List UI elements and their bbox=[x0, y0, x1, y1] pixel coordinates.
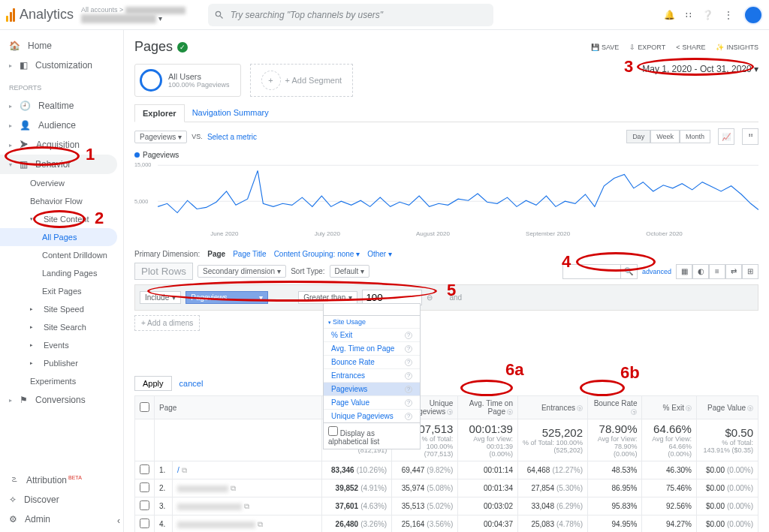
view-table[interactable]: ▦ bbox=[676, 264, 692, 279]
product-name: Analytics bbox=[20, 7, 74, 23]
sidebar-behavior[interactable]: ▾▥Behavior bbox=[0, 155, 117, 174]
sidebar-events[interactable]: ▸Events bbox=[0, 336, 123, 354]
verified-icon: ✓ bbox=[177, 42, 188, 53]
select-metric-link[interactable]: Select a metric bbox=[207, 133, 257, 141]
view-percentage[interactable]: ◐ bbox=[692, 264, 709, 279]
help-icon[interactable]: ❔ bbox=[702, 10, 713, 20]
sidebar-discover[interactable]: ✧Discover bbox=[0, 490, 123, 509]
sidebar-acquisition[interactable]: ▸⮞Acquisition bbox=[0, 135, 123, 155]
share-action[interactable]: < SHARE bbox=[676, 44, 705, 51]
insights-action[interactable]: ✨ INSIGHTS bbox=[716, 44, 758, 51]
export-action[interactable]: ⇩ EXPORT bbox=[629, 44, 665, 51]
period-day[interactable]: Day bbox=[626, 130, 650, 143]
account-breadcrumb[interactable]: All accounts > ▾ bbox=[81, 6, 185, 23]
sidebar-content-drilldown[interactable]: Content Drilldown bbox=[0, 246, 123, 264]
add-segment[interactable]: ++ Add Segment bbox=[250, 64, 354, 97]
sidebar-attribution[interactable]: ౽AttributionBETA bbox=[0, 470, 123, 490]
chart-type-motion[interactable]: ⠛ bbox=[742, 128, 758, 145]
table-row[interactable]: 1./⧉83,346(10.26%)69,447(9.82%)00:01:146… bbox=[135, 461, 758, 479]
collapse-sidebar[interactable]: ‹ bbox=[117, 515, 120, 526]
sidebar-publisher[interactable]: ▸Publisher bbox=[0, 354, 123, 372]
sidebar-admin[interactable]: ⚙Admin bbox=[0, 509, 123, 529]
filter-include[interactable]: Include ▾ bbox=[140, 291, 181, 304]
search-icon bbox=[214, 10, 225, 20]
sidebar-overview[interactable]: Overview bbox=[0, 174, 123, 192]
sidebar-landing-pages[interactable]: Landing Pages bbox=[0, 264, 123, 282]
save-action[interactable]: 💾 SAVE bbox=[591, 44, 619, 51]
table-row[interactable]: 2.⧉39,852(4.91%)35,974(5.08%)00:01:3427,… bbox=[135, 479, 758, 497]
table-row[interactable]: 4.⧉26,480(3.26%)25,164(3.56%)00:04:3725,… bbox=[135, 515, 758, 533]
opt-bounce[interactable]: Bounce Rate? bbox=[324, 355, 420, 368]
period-week[interactable]: Week bbox=[650, 130, 680, 143]
apply-button[interactable]: Apply bbox=[134, 376, 172, 391]
add-dimension-button[interactable]: + Add a dimens bbox=[134, 315, 200, 331]
dim-content-grouping[interactable]: Content Grouping: none ▾ bbox=[274, 250, 360, 258]
sidebar-realtime[interactable]: ▸🕘Realtime bbox=[0, 96, 123, 116]
view-performance[interactable]: ≡ bbox=[709, 264, 725, 279]
view-comparison[interactable]: ⇄ bbox=[725, 264, 742, 279]
date-range-picker[interactable]: May 1, 2020 - Oct 31, 2020 ▾ bbox=[642, 64, 758, 74]
filter-metric[interactable]: Pageviews▾ bbox=[185, 291, 268, 304]
tab-nav-summary[interactable]: Navigation Summary bbox=[185, 104, 276, 122]
summary-row: 812,191% of Total: 100.00% (812,191) 707… bbox=[135, 419, 758, 461]
secondary-dimension[interactable]: Secondary dimension ▾ bbox=[198, 265, 286, 278]
display-alpha[interactable]: Display as alphabetical list bbox=[324, 422, 420, 449]
filter-condition[interactable]: Greater than ▾ bbox=[298, 291, 357, 304]
opt-entrances[interactable]: Entrances? bbox=[324, 368, 420, 382]
sidebar-site-speed[interactable]: ▸Site Speed bbox=[0, 300, 123, 318]
metric-dropdown[interactable]: Pageviews ▾ bbox=[134, 131, 187, 143]
opt-pageviews[interactable]: Pageviews? bbox=[324, 382, 420, 395]
sidebar-customization[interactable]: ▸◧Customization bbox=[0, 56, 123, 75]
opt-unique[interactable]: Unique Pageviews? bbox=[324, 409, 420, 422]
sidebar-experiments[interactable]: Experiments bbox=[0, 372, 123, 390]
view-pivot[interactable]: ⊞ bbox=[742, 264, 758, 279]
col-entrances[interactable]: Entrances? bbox=[517, 396, 587, 419]
opt-page-value[interactable]: Page Value? bbox=[324, 395, 420, 409]
dim-page-title[interactable]: Page Title bbox=[233, 250, 266, 258]
apps-icon[interactable]: ∷ bbox=[686, 10, 692, 20]
sidebar-conversions[interactable]: ▸⚑Conversions bbox=[0, 390, 123, 410]
dropdown-search[interactable] bbox=[324, 304, 420, 316]
sidebar-behavior-flow[interactable]: Behavior Flow bbox=[0, 192, 123, 210]
remove-filter[interactable]: ⊖ bbox=[427, 293, 433, 302]
col-avg-time[interactable]: Avg. Time on Page? bbox=[458, 396, 518, 419]
opt-avg-time[interactable]: Avg. Time on Page? bbox=[324, 341, 420, 355]
avatar[interactable] bbox=[743, 5, 763, 25]
opt-exit[interactable]: % Exit? bbox=[324, 328, 420, 341]
notifications-icon[interactable]: 🔔 bbox=[664, 10, 675, 20]
svg-text:15,000: 15,000 bbox=[134, 161, 151, 168]
sidebar-audience[interactable]: ▸👤Audience bbox=[0, 116, 123, 135]
sidebar-exit-pages[interactable]: Exit Pages bbox=[0, 282, 123, 300]
sidebar-home[interactable]: 🏠Home bbox=[0, 36, 123, 56]
svg-text:5,000: 5,000 bbox=[134, 198, 148, 205]
sidebar-reports-section: REPORTS bbox=[0, 80, 123, 96]
metric-dropdown-menu: Site Usage % Exit? Avg. Time on Page? Bo… bbox=[323, 303, 421, 449]
segment-all-users[interactable]: All Users 100.00% Pageviews bbox=[134, 64, 241, 97]
table-search-input[interactable] bbox=[563, 266, 620, 277]
sidebar: 🏠Home ▸◧Customization REPORTS ▸🕘Realtime… bbox=[0, 30, 124, 532]
filter-bar: Include ▾ Pageviews▾ Greater than ▾ ⊖ an… bbox=[134, 284, 758, 311]
cancel-link[interactable]: cancel bbox=[179, 379, 204, 388]
period-month[interactable]: Month bbox=[680, 130, 710, 143]
tab-explorer[interactable]: Explorer bbox=[134, 104, 185, 122]
dim-page[interactable]: Page bbox=[207, 250, 225, 258]
col-exit[interactable]: % Exit? bbox=[642, 396, 696, 419]
col-value[interactable]: Page Value? bbox=[696, 396, 758, 419]
sidebar-all-pages[interactable]: All Pages bbox=[0, 228, 117, 246]
sidebar-site-content[interactable]: ▾Site Content bbox=[0, 210, 123, 228]
more-icon[interactable]: ⋮ bbox=[724, 10, 733, 20]
chart-type-line[interactable]: 📈 bbox=[718, 128, 734, 145]
advanced-link[interactable]: advanced bbox=[642, 268, 671, 275]
col-page[interactable]: Page bbox=[155, 396, 322, 419]
col-bounce[interactable]: Bounce Rate? bbox=[587, 396, 641, 419]
search-icon[interactable]: 🔍 bbox=[620, 265, 637, 278]
dim-other[interactable]: Other ▾ bbox=[367, 250, 392, 258]
plot-rows-button[interactable]: Plot Rows bbox=[134, 263, 193, 280]
product-logo: Analytics bbox=[6, 7, 74, 23]
table-search[interactable]: 🔍 bbox=[562, 264, 638, 279]
search-bar[interactable]: Try searching "Top channels by users" bbox=[208, 4, 493, 26]
col-checkbox[interactable] bbox=[135, 396, 155, 419]
table-row[interactable]: 3.⧉37,601(4.63%)35,513(5.02%)00:03:0233,… bbox=[135, 497, 758, 515]
sort-type[interactable]: Default ▾ bbox=[330, 265, 370, 278]
sidebar-site-search[interactable]: ▸Site Search bbox=[0, 318, 123, 336]
